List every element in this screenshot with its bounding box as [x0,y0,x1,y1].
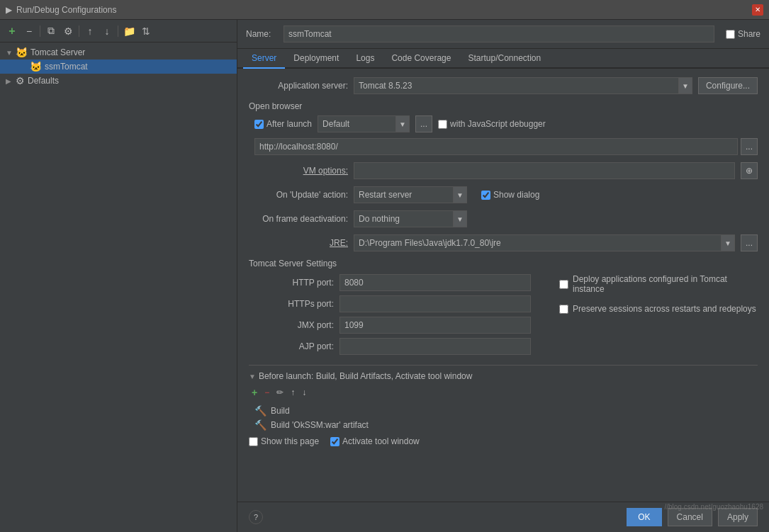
activate-tool-window-label: Activate tool window [330,436,420,446]
sidebar-item-defaults[interactable]: ▶ ⚙ Defaults [0,74,237,88]
before-launch-header: ▼ Before launch: Build, Build Artifacts,… [249,371,758,381]
bottom-left: ? [249,510,263,524]
on-update-input[interactable] [354,186,453,203]
tab-startup-connection[interactable]: Startup/Connection [459,49,549,69]
share-checkbox[interactable] [726,30,735,39]
list-item: 🔨 Build 'OkSSM:war' artifact [252,418,758,432]
before-launch-up-button[interactable]: ↑ [288,385,298,400]
after-launch-checkbox[interactable] [254,120,264,129]
app-icon: ▶ [6,5,12,15]
deploy-app-checkbox[interactable] [559,280,568,289]
on-frame-input[interactable] [354,210,453,227]
close-button[interactable]: ✕ [752,4,763,16]
preserve-sessions-label: Preserve sessions across restarts and re… [559,304,758,314]
tab-logs[interactable]: Logs [347,49,383,69]
app-server-arrow[interactable]: ▼ [678,77,692,94]
sidebar-tree: ▼ 🐱 Tomcat Server 🐱 ssmTomcat ▶ ⚙ Defaul… [0,43,237,532]
on-frame-select: ▼ [354,210,467,227]
tabs-bar: Server Deployment Logs Code Coverage Sta… [237,49,769,69]
jmx-port-label: JMX port: [249,320,334,330]
before-launch-down-button[interactable]: ↓ [299,385,309,400]
ports-title: Tomcat Server Settings [249,259,758,268]
tab-server[interactable]: Server [243,49,285,69]
before-launch-title: Before launch: Build, Build Artifacts, A… [259,371,473,381]
content-area: Name: Share Server Deployment Logs Code … [237,20,769,532]
title-bar-text: Run/Debug Configurations [16,5,748,15]
ssm-tomcat-label: ssmTomcat [45,62,88,72]
on-update-row: On 'Update' action: ▼ Show dialog [249,186,758,203]
show-this-page-label: Show this page [249,436,319,446]
share-area: Share [720,29,760,39]
after-launch-text: After launch [266,119,312,129]
browser-select-control: ▼ [318,115,410,132]
name-row: Name: Share [237,20,769,49]
ajp-port-input[interactable] [339,338,531,355]
before-launch-add-button[interactable]: + [249,385,260,400]
show-dialog-checkbox[interactable] [481,191,490,200]
https-port-input[interactable] [339,295,531,312]
deploy-app-label: Deploy applications configured in Tomcat… [559,274,758,294]
app-server-input[interactable] [354,77,678,94]
expand-icon: ▼ [6,49,13,57]
form-content: Application server: ▼ Configure... Open … [237,69,769,502]
on-update-label: On 'Update' action: [249,190,348,200]
remove-config-button[interactable]: − [21,23,37,39]
js-debugger-text: with JavaScript debugger [450,119,546,129]
before-launch-edit-button[interactable]: ✏ [274,385,286,400]
url-ellipsis-button[interactable]: ... [741,138,758,155]
build-icon: 🔨 [254,405,266,417]
sidebar-item-ssm-tomcat[interactable]: 🐱 ssmTomcat [0,60,237,74]
vm-options-input[interactable] [354,162,735,179]
jre-input[interactable] [354,234,721,251]
browser-select-input[interactable] [318,115,395,132]
show-dialog-text: Show dialog [493,190,539,200]
settings-button[interactable]: ⚙ [60,23,76,39]
preserve-sessions-checkbox[interactable] [559,305,568,314]
url-input[interactable] [254,138,738,155]
jmx-port-input[interactable] [339,317,531,334]
sidebar-item-tomcat-server[interactable]: ▼ 🐱 Tomcat Server [0,45,237,60]
activate-tool-window-checkbox[interactable] [330,437,339,446]
url-row: ... [249,138,758,155]
on-frame-arrow[interactable]: ▼ [453,210,467,227]
folder-button[interactable]: 📁 [121,23,137,39]
configure-button[interactable]: Configure... [698,77,758,94]
copy-config-button[interactable]: ⧉ [43,23,59,39]
show-this-page-checkbox[interactable] [249,437,258,446]
deploy-app-text: Deploy applications configured in Tomcat… [573,274,758,294]
jre-ellipsis-button[interactable]: ... [741,234,758,251]
jre-label: JRE: [249,238,348,248]
name-input[interactable] [284,26,714,43]
activate-tool-window-text: Activate tool window [342,436,420,446]
js-debugger-label: with JavaScript debugger [438,119,546,129]
list-item: 🔨 Build [252,404,758,418]
sort-button[interactable]: ⇅ [138,23,154,39]
add-config-button[interactable]: + [4,23,20,39]
help-button[interactable]: ? [249,510,263,524]
vm-expand-button[interactable]: ⊕ [741,162,758,179]
open-browser-section: Open browser After launch ▼ ... with Jav… [249,101,758,155]
ok-button[interactable]: OK [627,508,661,526]
open-browser-label: Open browser [249,101,758,111]
vm-options-label: VM options: [249,166,348,176]
tomcat-icon: 🐱 [16,47,28,58]
on-update-arrow[interactable]: ▼ [453,186,467,203]
http-port-input[interactable] [339,274,531,291]
move-down-button[interactable]: ↓ [99,23,115,39]
tab-code-coverage[interactable]: Code Coverage [383,49,459,69]
on-frame-row: On frame deactivation: ▼ [249,210,758,227]
app-server-row: Application server: ▼ Configure... [249,77,758,94]
before-launch-remove-button[interactable]: − [262,385,272,400]
js-debugger-checkbox[interactable] [438,120,447,129]
browser-arrow[interactable]: ▼ [395,115,410,132]
tab-deployment[interactable]: Deployment [285,49,347,69]
jre-arrow[interactable]: ▼ [721,234,735,251]
on-update-select: ▼ [354,186,467,203]
browser-row: After launch ▼ ... with JavaScript debug… [249,115,758,132]
separator [40,26,40,37]
jre-row: JRE: ▼ ... [249,234,758,251]
app-server-label: Application server: [249,81,348,91]
before-launch-toolbar: + − ✏ ↑ ↓ [249,385,758,400]
browser-ellipsis-button[interactable]: ... [415,115,432,132]
move-up-button[interactable]: ↑ [82,23,98,39]
